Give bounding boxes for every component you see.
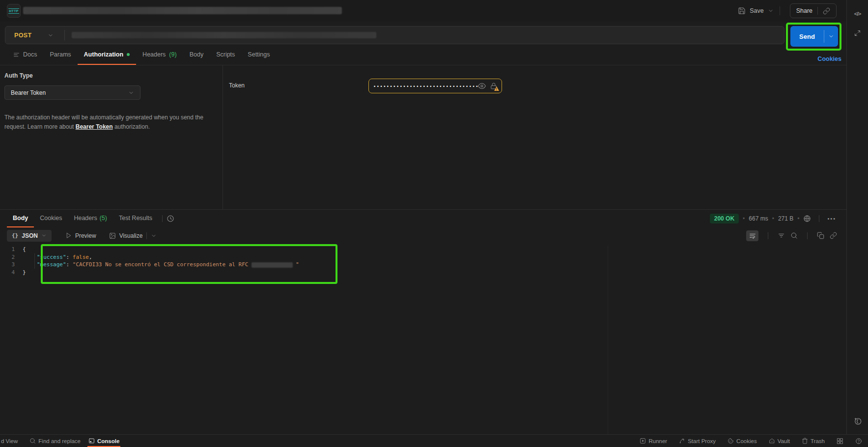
indent-guide: [34, 253, 35, 269]
expand-panel-icon[interactable]: [854, 29, 861, 37]
auth-type-label: Auth Type: [4, 72, 213, 79]
wrap-text-button[interactable]: [746, 230, 758, 241]
filter-icon[interactable]: [778, 232, 785, 239]
editor-gutter-line: [608, 246, 608, 435]
response-history-icon[interactable]: [167, 215, 174, 223]
help-icon[interactable]: [855, 438, 862, 445]
response-time[interactable]: 667 ms: [749, 215, 768, 222]
send-button[interactable]: Send: [790, 26, 838, 47]
share-button[interactable]: Share: [790, 3, 837, 18]
divider: [64, 30, 65, 40]
response-more-options[interactable]: •••: [827, 216, 836, 222]
top-bar: HTTP Save Share: [0, 0, 846, 22]
authorization-panel: Auth Type Bearer Token The authorization…: [0, 65, 846, 209]
request-tabs: Docs Params Authorization Headers (9) Bo…: [0, 45, 846, 65]
request-url-bar: POST: [5, 26, 784, 44]
response-tab-cookies[interactable]: Cookies: [34, 210, 68, 227]
divider: [146, 232, 147, 239]
code-line: 2 "success": false,: [0, 253, 846, 261]
divider: [768, 232, 768, 239]
play-icon: [65, 232, 72, 239]
proxy-icon: [679, 438, 685, 444]
divider: [780, 6, 780, 15]
format-chevron-icon: [41, 233, 47, 238]
divider: [819, 215, 819, 222]
response-headers-count: (5): [100, 215, 107, 222]
visualize-chevron-icon[interactable]: [151, 233, 157, 239]
response-panel: Body Cookies Headers (5) Test Results 20…: [0, 209, 846, 434]
token-label: Token: [229, 82, 245, 89]
method-chevron-icon[interactable]: [48, 32, 54, 38]
runner-icon: [640, 438, 646, 444]
json-braces-icon: {}: [12, 232, 18, 239]
trash-icon: [802, 438, 808, 444]
response-tab-body[interactable]: Body: [7, 210, 34, 227]
request-title-redacted[interactable]: [23, 7, 342, 14]
token-masked-value: ••••••••••••••••••••••••••••••••••••••: [373, 83, 478, 89]
response-tab-test-results[interactable]: Test Results: [113, 210, 158, 227]
find-and-replace-button[interactable]: Find and replace: [29, 435, 81, 447]
save-button[interactable]: Save: [750, 7, 764, 14]
tab-docs[interactable]: Docs: [7, 45, 43, 65]
http-request-icon: HTTP: [7, 4, 21, 18]
divider: [807, 232, 808, 239]
response-size[interactable]: 271 B: [778, 215, 793, 222]
send-options-chevron-icon[interactable]: [828, 33, 834, 39]
tab-body[interactable]: Body: [183, 45, 210, 65]
bearer-token-link[interactable]: Bearer Token: [76, 123, 113, 130]
tab-scripts[interactable]: Scripts: [210, 45, 241, 65]
wrap-text-icon: [749, 232, 756, 239]
copy-response-icon[interactable]: [817, 232, 824, 239]
auth-help-text: The authorization header will be automat…: [4, 113, 207, 131]
code-line: 3 "message": "CACFDI33 No se encontró el…: [0, 261, 846, 269]
visualize-button[interactable]: Visualize: [109, 232, 143, 239]
tab-params[interactable]: Params: [43, 45, 77, 65]
copy-link-icon[interactable]: [823, 7, 830, 15]
cookies-button[interactable]: Cookies: [728, 438, 757, 444]
divider: [162, 215, 163, 222]
tab-headers[interactable]: Headers (9): [136, 45, 183, 65]
response-tab-headers[interactable]: Headers (5): [68, 210, 113, 227]
runner-button[interactable]: Runner: [640, 438, 667, 444]
postbot-icon[interactable]: [853, 417, 862, 425]
response-tabs: Body Cookies Headers (5) Test Results 20…: [0, 210, 846, 227]
response-format-dropdown[interactable]: {} JSON: [7, 230, 52, 242]
right-sidebar: </>: [846, 0, 868, 434]
tab-settings[interactable]: Settings: [241, 45, 276, 65]
console-icon: [88, 438, 95, 444]
cookie-icon: [728, 438, 734, 444]
view-toggle[interactable]: d View: [1, 435, 18, 447]
search-response-icon[interactable]: [790, 232, 798, 239]
response-body-editor[interactable]: 1 { 2 "success": false, 3 "message": "CA…: [0, 246, 846, 276]
panels-layout-icon[interactable]: [837, 438, 843, 445]
tab-authorization[interactable]: Authorization: [78, 45, 137, 65]
vault-icon: [769, 438, 775, 444]
show-token-eye-icon[interactable]: [478, 82, 486, 90]
token-input[interactable]: ••••••••••••••••••••••••••••••••••••••: [368, 79, 502, 93]
response-toolbar: {} JSON Preview Visualize: [0, 227, 846, 244]
console-button[interactable]: Console: [88, 435, 119, 447]
code-snippet-icon[interactable]: </>: [854, 11, 861, 17]
warning-triangle-icon: [494, 86, 499, 91]
trash-button[interactable]: Trash: [802, 438, 825, 444]
code-line: 1 {: [0, 246, 846, 253]
dropdown-chevron-icon: [128, 90, 134, 96]
status-badge[interactable]: 200 OK: [710, 214, 739, 224]
auth-type-dropdown[interactable]: Bearer Token: [4, 85, 140, 100]
token-vault-lock[interactable]: [490, 83, 497, 89]
link-response-icon[interactable]: [830, 232, 837, 239]
auth-configured-dot: [127, 53, 130, 56]
headers-count: (9): [169, 51, 176, 58]
start-proxy-button[interactable]: Start Proxy: [679, 438, 716, 444]
save-icon[interactable]: [738, 7, 746, 15]
network-info-globe-icon[interactable]: [803, 215, 811, 223]
search-icon: [29, 438, 36, 444]
rfc-redacted: [252, 262, 293, 268]
code-line: 4 }: [0, 269, 846, 277]
method-selector[interactable]: POST: [14, 32, 32, 39]
preview-button[interactable]: Preview: [65, 232, 96, 239]
docs-icon: [13, 52, 20, 58]
vault-button[interactable]: Vault: [769, 438, 790, 444]
save-options-chevron-icon[interactable]: [768, 8, 774, 14]
request-url-redacted[interactable]: [72, 32, 376, 38]
